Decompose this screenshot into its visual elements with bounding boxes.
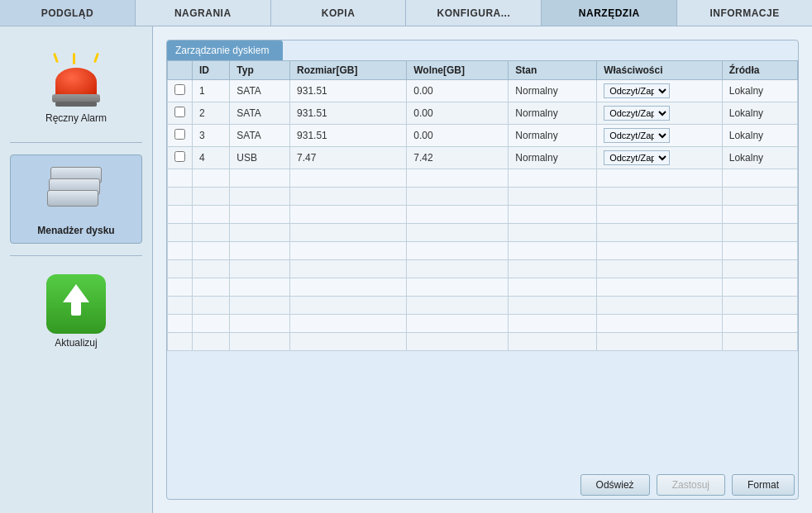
up-arrow-body [71,301,81,316]
row4-size: 7.47 [290,147,407,169]
row3-size: 931.51 [290,125,407,147]
row4-checkbox[interactable] [174,151,185,162]
row1-type: SATA [230,80,290,102]
apply-button[interactable]: Zastosuj [657,474,725,496]
disk-layer-3 [47,190,98,207]
table-row-empty [168,242,798,260]
sidebar-disk-manager-label: Menadżer dysku [37,225,114,236]
col-header-checkbox [168,61,193,80]
row1-props-select[interactable]: Odczyt/Zap Tylko odczyt [604,83,670,98]
row2-source: Lokalny [722,102,797,125]
table-row: 4 USB 7.47 7.42 Normalny Odczyt/Zap Tylk… [168,147,798,169]
table-row-empty [168,206,798,224]
table-row: 3 SATA 931.51 0.00 Normalny Odczyt/Zap T… [168,125,798,147]
table-row: 2 SATA 931.51 0.00 Normalny Odczyt/Zap T… [168,102,798,125]
row1-checkbox[interactable] [174,84,185,95]
col-header-type: Typ [230,61,290,80]
row3-checkbox[interactable] [174,129,185,140]
table-row-empty [168,260,798,278]
row1-id: 1 [193,80,230,102]
row2-size: 931.51 [290,102,407,125]
nav-informacje[interactable]: INFORMACJE [677,0,812,26]
row1-checkbox-cell [168,80,193,102]
top-navigation: PODGLĄD NAGRANIA KOPIA KONFIGURA... NARZ… [0,0,812,26]
nav-kopia[interactable]: KOPIA [271,0,407,26]
row2-props: Odczyt/Zap Tylko odczyt [597,102,723,125]
alarm-icon-wrapper [46,50,106,109]
table-body: 1 SATA 931.51 0.00 Normalny Odczyt/Zap T… [168,80,798,351]
row2-id: 2 [193,102,230,125]
row3-status: Normalny [509,125,597,147]
alarm-foot [55,102,97,107]
row3-checkbox-cell [168,125,193,147]
table-row-empty [168,297,798,315]
row2-props-select[interactable]: Odczyt/Zap Tylko odczyt [604,106,670,121]
row4-free: 7.42 [407,147,509,169]
disk-table: ID Typ Rozmiar[GB] Wolne[GB] Stan Właści… [167,60,798,351]
row4-id: 4 [193,147,230,169]
row4-checkbox-cell [168,147,193,169]
table-header: ID Typ Rozmiar[GB] Wolne[GB] Stan Właści… [168,61,798,80]
sidebar-divider-2 [10,255,142,256]
format-button[interactable]: Format [732,474,795,496]
table-container: ID Typ Rozmiar[GB] Wolne[GB] Stan Właści… [167,60,798,466]
row4-props-select[interactable]: Odczyt/Zap Tylko odczyt [604,150,670,165]
table-row-empty [168,169,798,188]
nav-nagrania[interactable]: NAGRANIA [136,0,271,26]
col-header-size: Rozmiar[GB] [290,61,407,80]
update-icon-wrapper [46,274,106,334]
col-header-free: Wolne[GB] [407,61,509,80]
col-header-props: Właściwości [597,61,723,80]
row2-type: SATA [230,102,290,125]
table-row-empty [168,315,798,333]
sidebar-item-update[interactable]: Aktualizuj [10,268,142,355]
main-layout: Ręczny Alarm Menadżer dysku [0,26,812,513]
alarm-icon [46,50,106,109]
disk-manager-icon [46,167,106,216]
sidebar-update-label: Aktualizuj [55,337,97,349]
up-arrow-head [63,284,89,302]
sidebar-divider-1 [10,142,142,143]
nav-narzedzia[interactable]: NARZĘDZIA [542,0,677,26]
buttons-row: Odśwież Zastosuj Format [167,466,798,499]
table-row-empty [168,188,798,206]
table-row-empty [168,333,798,351]
spark-right-icon [93,53,99,63]
spark-top-icon [73,53,75,64]
row1-props: Odczyt/Zap Tylko odczyt [597,80,723,102]
row3-props-select[interactable]: Odczyt/Zap Tylko odczyt [604,128,670,143]
row3-id: 3 [193,125,230,147]
sidebar: Ręczny Alarm Menadżer dysku [0,26,153,513]
update-icon [46,274,106,334]
col-header-status: Stan [509,61,597,80]
row3-free: 0.00 [407,125,509,147]
row2-checkbox[interactable] [174,107,185,117]
row3-type: SATA [230,125,290,147]
row1-free: 0.00 [407,80,509,102]
row4-props: Odczyt/Zap Tylko odczyt [597,147,723,169]
nav-konfigura[interactable]: KONFIGURA... [406,0,542,26]
col-header-source: Źródła [722,61,797,80]
row2-checkbox-cell [168,102,193,125]
spark-left-icon [53,53,59,63]
row4-source: Lokalny [722,147,797,169]
row3-props: Odczyt/Zap Tylko odczyt [597,125,723,147]
row4-status: Normalny [509,147,597,169]
table-row: 1 SATA 931.51 0.00 Normalny Odczyt/Zap T… [168,80,798,102]
table-row-empty [168,278,798,297]
table-row-empty [168,224,798,242]
sidebar-item-disk-manager[interactable]: Menadżer dysku [10,154,142,244]
sidebar-alarm-label: Ręczny Alarm [45,112,107,124]
panel-title: Zarządzanie dyskiem [167,40,283,60]
disk-icon-wrapper [46,162,106,221]
nav-podglad[interactable]: PODGLĄD [0,0,136,26]
row2-free: 0.00 [407,102,509,125]
row2-status: Normalny [509,102,597,125]
row1-size: 931.51 [290,80,407,102]
sidebar-item-alarm[interactable]: Ręczny Alarm [10,43,142,131]
row4-type: USB [230,147,290,169]
alarm-dome [55,68,97,96]
refresh-button[interactable]: Odśwież [580,474,650,496]
col-header-id: ID [193,61,230,80]
content-area: Zarządzanie dyskiem ID Typ Rozmiar[GB] W… [153,26,812,513]
